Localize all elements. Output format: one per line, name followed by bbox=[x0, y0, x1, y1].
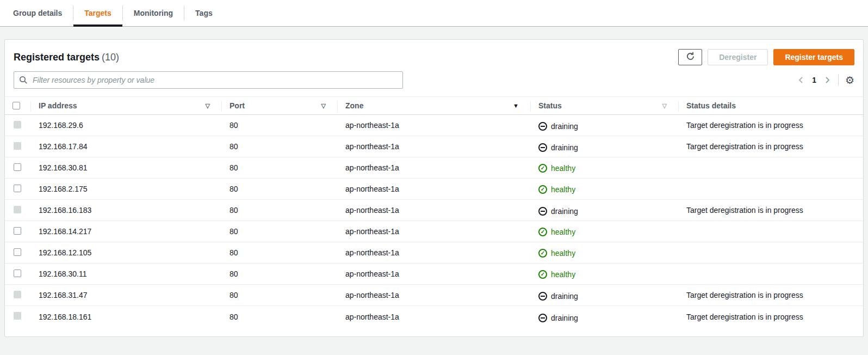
status-icon bbox=[538, 185, 547, 194]
row-checkbox[interactable] bbox=[14, 312, 21, 320]
status-label: healthy bbox=[551, 185, 575, 194]
status-label: healthy bbox=[551, 228, 575, 236]
tab-targets[interactable]: Targets bbox=[73, 0, 122, 26]
cell-status-details: Target deregistration is in progress bbox=[679, 206, 863, 215]
status-icon bbox=[538, 207, 547, 216]
column-header-status[interactable]: Status bbox=[531, 97, 679, 114]
status-icon bbox=[538, 122, 547, 131]
filter-row: 1 ⚙ bbox=[5, 71, 863, 89]
status-icon bbox=[538, 164, 547, 173]
row-checkbox[interactable] bbox=[14, 270, 21, 277]
page-title: Registered targets bbox=[14, 52, 100, 63]
row-checkbox[interactable] bbox=[14, 185, 21, 192]
cell-port: 80 bbox=[222, 227, 338, 236]
table-row: 192.168.31.47 80 ap-northeast-1a drainin… bbox=[5, 285, 863, 306]
table-row: 192.168.30.11 80 ap-northeast-1a healthy bbox=[5, 264, 863, 285]
cell-ip-address: 192.168.30.11 bbox=[31, 270, 222, 278]
register-targets-button[interactable]: Register targets bbox=[773, 49, 854, 65]
cell-ip-address: 192.168.18.161 bbox=[31, 313, 222, 321]
status-indicator: healthy bbox=[538, 185, 575, 194]
select-all-checkbox[interactable] bbox=[13, 102, 20, 109]
tab-tags[interactable]: Tags bbox=[184, 0, 224, 26]
panel-title-group: Registered targets (10) bbox=[14, 52, 119, 63]
refresh-button[interactable] bbox=[678, 49, 702, 65]
row-checkbox[interactable] bbox=[14, 163, 21, 171]
tab-group-details[interactable]: Group details bbox=[2, 0, 73, 26]
refresh-icon bbox=[686, 52, 695, 63]
cell-port: 80 bbox=[222, 248, 338, 257]
status-label: draining bbox=[551, 122, 578, 131]
status-indicator: healthy bbox=[538, 270, 575, 279]
cell-ip-address: 192.168.14.217 bbox=[31, 227, 222, 236]
status-indicator: draining bbox=[538, 207, 578, 216]
cell-port: 80 bbox=[222, 142, 338, 151]
chevron-left-icon[interactable] bbox=[797, 76, 805, 84]
chevron-right-icon[interactable] bbox=[823, 76, 832, 84]
status-icon bbox=[538, 292, 547, 301]
row-checkbox[interactable] bbox=[14, 206, 21, 213]
status-indicator: draining bbox=[538, 292, 578, 301]
status-indicator: healthy bbox=[538, 164, 575, 173]
cell-status-details: Target deregistration is in progress bbox=[679, 121, 863, 130]
column-header-port[interactable]: Port bbox=[222, 97, 338, 114]
sort-icon[interactable] bbox=[206, 103, 210, 109]
current-page[interactable]: 1 bbox=[812, 76, 816, 84]
deregister-button[interactable]: Deregister bbox=[708, 49, 768, 65]
status-icon bbox=[538, 249, 547, 258]
sort-icon[interactable] bbox=[321, 103, 326, 109]
cell-ip-address: 192.168.2.175 bbox=[31, 185, 222, 193]
cell-status-details: Target deregistration is in progress bbox=[679, 142, 863, 151]
cell-port: 80 bbox=[222, 291, 338, 299]
cell-port: 80 bbox=[222, 206, 338, 215]
cell-status-details: Target deregistration is in progress bbox=[679, 291, 863, 299]
targets-table: IP address Port Zone Status Status detai… bbox=[5, 96, 863, 327]
row-checkbox[interactable] bbox=[14, 291, 21, 298]
status-label: draining bbox=[551, 292, 578, 301]
row-checkbox[interactable] bbox=[14, 121, 21, 128]
cell-status-details: Target deregistration is in progress bbox=[679, 313, 863, 321]
status-icon bbox=[538, 270, 547, 279]
cell-zone: ap-northeast-1a bbox=[338, 121, 531, 130]
cell-zone: ap-northeast-1a bbox=[338, 313, 531, 321]
status-label: healthy bbox=[551, 249, 575, 258]
table-header-row: IP address Port Zone Status Status detai… bbox=[5, 96, 863, 115]
table-row: 192.168.12.105 80 ap-northeast-1a health… bbox=[5, 242, 863, 264]
panel-header: Registered targets (10) Deregister Regis… bbox=[5, 40, 863, 66]
cell-zone: ap-northeast-1a bbox=[338, 163, 531, 172]
tab-bar: Group details Targets Monitoring Tags bbox=[0, 0, 868, 27]
row-checkbox[interactable] bbox=[14, 142, 21, 150]
cell-port: 80 bbox=[222, 163, 338, 172]
column-header-zone[interactable]: Zone bbox=[338, 97, 531, 114]
cell-zone: ap-northeast-1a bbox=[338, 227, 531, 236]
cell-zone: ap-northeast-1a bbox=[338, 142, 531, 151]
target-count: (10) bbox=[102, 52, 119, 63]
table-row: 192.168.29.6 80 ap-northeast-1a draining… bbox=[5, 115, 863, 136]
table-row: 192.168.18.161 80 ap-northeast-1a draini… bbox=[5, 306, 863, 327]
pagination: 1 ⚙ bbox=[797, 74, 854, 86]
cell-port: 80 bbox=[222, 121, 338, 130]
status-indicator: draining bbox=[538, 314, 578, 322]
table-row: 192.168.30.81 80 ap-northeast-1a healthy bbox=[5, 157, 863, 179]
cell-ip-address: 192.168.31.47 bbox=[31, 291, 222, 299]
status-label: draining bbox=[551, 143, 578, 152]
tab-monitoring[interactable]: Monitoring bbox=[123, 0, 184, 26]
cell-ip-address: 192.168.29.6 bbox=[31, 121, 222, 130]
status-indicator: draining bbox=[538, 143, 578, 152]
row-checkbox[interactable] bbox=[14, 248, 21, 256]
sort-icon[interactable] bbox=[513, 103, 519, 109]
column-header-ip[interactable]: IP address bbox=[31, 97, 222, 114]
column-header-status-details: Status details bbox=[679, 97, 863, 114]
gear-icon[interactable]: ⚙ bbox=[845, 75, 854, 85]
table-body: 192.168.29.6 80 ap-northeast-1a draining… bbox=[5, 115, 863, 327]
status-label: healthy bbox=[551, 270, 575, 279]
status-icon bbox=[538, 228, 547, 236]
status-indicator: draining bbox=[538, 122, 578, 131]
cell-port: 80 bbox=[222, 313, 338, 321]
row-checkbox[interactable] bbox=[14, 227, 21, 235]
pager-divider bbox=[838, 74, 839, 86]
cell-ip-address: 192.168.12.105 bbox=[31, 248, 222, 257]
filter-input[interactable] bbox=[14, 71, 403, 89]
status-indicator: healthy bbox=[538, 228, 575, 236]
sort-icon[interactable] bbox=[662, 103, 667, 109]
status-icon bbox=[538, 143, 547, 152]
